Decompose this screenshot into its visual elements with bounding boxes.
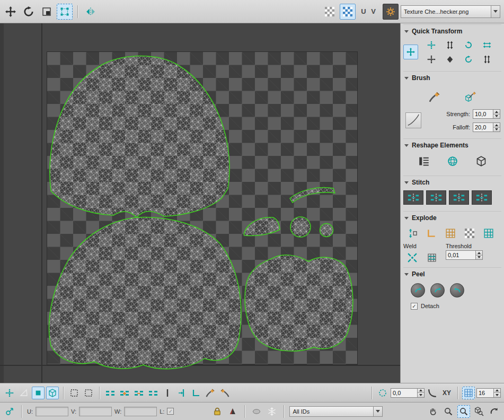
edge-ring-button[interactable]: [147, 387, 160, 399]
straighten-selection-button[interactable]: [412, 153, 436, 169]
pan-button[interactable]: [427, 405, 439, 418]
move-tool-button[interactable]: [3, 4, 19, 20]
peel-reset-button[interactable]: [450, 283, 464, 298]
grid-size-input[interactable]: [477, 389, 493, 397]
zoom-extents-button[interactable]: [473, 405, 485, 418]
vertex-mode-button[interactable]: [32, 387, 45, 399]
zoom-region-button[interactable]: [457, 405, 470, 418]
filter-cone-button[interactable]: [226, 405, 239, 418]
uv-island-disc-small[interactable]: [320, 224, 333, 237]
distribute-dots-button[interactable]: [478, 52, 496, 66]
uv-island-disc-large[interactable]: [290, 217, 311, 237]
quick-peel-button[interactable]: [411, 283, 425, 298]
element-mode-button[interactable]: [46, 387, 59, 399]
align-vertical-edge-button[interactable]: [161, 387, 174, 399]
grow-loop-button[interactable]: [118, 387, 131, 399]
explode-by-material-button[interactable]: [461, 226, 478, 241]
u-coordinate-field[interactable]: [36, 407, 68, 416]
v-coordinate-field[interactable]: [79, 407, 112, 416]
break-vertices-button[interactable]: [403, 226, 421, 241]
zoom-to-gizmo-button[interactable]: [488, 405, 501, 418]
uv-island-blob[interactable]: [245, 255, 353, 351]
stitch-buttons: [403, 188, 501, 209]
align-vertical-button[interactable]: [422, 52, 440, 66]
lock-selection-button[interactable]: [211, 405, 224, 418]
lock-aspect-checkbox[interactable]: ✓: [167, 408, 174, 415]
freeform-tool-button[interactable]: [57, 4, 73, 20]
paint-move-brush-button[interactable]: [424, 88, 445, 106]
strength-spinner[interactable]: [493, 110, 500, 118]
section-header-explode[interactable]: Explode: [403, 211, 501, 224]
section-header-quick-transform[interactable]: Quick Transform: [403, 24, 501, 37]
section-header-peel[interactable]: Peel: [403, 267, 501, 280]
align-horizontal-button[interactable]: [422, 38, 440, 51]
stitch-custom-button[interactable]: [403, 190, 423, 205]
mirror-tool-button[interactable]: [83, 4, 99, 20]
show-shaded-button[interactable]: [250, 405, 263, 418]
weld-selected-button[interactable]: [403, 250, 421, 265]
w-coordinate-field[interactable]: [124, 407, 157, 416]
section-header-brush[interactable]: Brush: [403, 71, 501, 84]
soft-gizmo-button[interactable]: [3, 387, 16, 399]
mirror-horizontal-button[interactable]: [478, 38, 496, 51]
falloff-spinner[interactable]: [493, 123, 500, 132]
section-header-stitch[interactable]: Stitch: [403, 176, 501, 188]
falloff-input[interactable]: [473, 123, 493, 132]
gizmo-pivot-button[interactable]: [3, 405, 16, 418]
explode-by-smoothing-button[interactable]: [480, 226, 497, 241]
texture-map-dropdown[interactable]: Texture Che...hecker.png: [401, 5, 500, 18]
align-to-edge-button[interactable]: [175, 387, 188, 399]
paint-select-brush-button[interactable]: [204, 387, 217, 399]
relax-brush-button[interactable]: [460, 88, 481, 106]
peel-mode-button[interactable]: [430, 283, 445, 298]
dropdown-arrow-button[interactable]: [373, 407, 382, 416]
soft-selection-input[interactable]: [391, 389, 417, 397]
explode-to-faces-button[interactable]: [441, 226, 459, 241]
polygon-mode-button[interactable]: [17, 387, 30, 399]
section-header-reshape[interactable]: Reshape Elements: [403, 138, 501, 151]
distribute-vertical-button[interactable]: [441, 38, 458, 51]
grid-snap-button[interactable]: [462, 387, 475, 399]
break-edges-button[interactable]: [422, 226, 440, 241]
checker-tiles-toggle-button[interactable]: [340, 4, 356, 20]
threshold-input[interactable]: [446, 251, 475, 259]
dropdown-arrow-button[interactable]: [491, 6, 500, 18]
uv-options-button[interactable]: [383, 4, 399, 20]
uv-island-top-dome[interactable]: [50, 56, 229, 217]
rescale-elements-button[interactable]: [470, 153, 493, 169]
material-id-dropdown[interactable]: All IDs: [289, 406, 383, 417]
detach-checkbox[interactable]: ✓: [411, 303, 418, 310]
shrink-loop-button[interactable]: [132, 387, 145, 399]
falloff-curve-button[interactable]: [426, 387, 439, 399]
soft-selection-button[interactable]: [376, 387, 389, 399]
show-map-toggle-button[interactable]: [322, 4, 338, 20]
space-elements-button[interactable]: [441, 52, 458, 66]
select-region-button[interactable]: [82, 387, 95, 399]
soft-selection-spinner[interactable]: [417, 389, 424, 397]
stitch-to-average-button[interactable]: [472, 190, 492, 205]
threshold-spinner[interactable]: [475, 251, 482, 259]
grid-size-spinner[interactable]: [493, 389, 500, 397]
diamond-icon: [446, 56, 454, 63]
uv-island-bottom-dome[interactable]: [49, 217, 241, 369]
paint-deselect-brush-button[interactable]: [218, 387, 231, 399]
stitch-to-target-button[interactable]: [426, 190, 446, 205]
rotate-ccw-button[interactable]: [459, 38, 477, 51]
stitch-to-source-button[interactable]: [449, 190, 469, 205]
relax-to-sphere-button[interactable]: [441, 153, 464, 169]
zoom-button[interactable]: [442, 405, 455, 418]
scale-tool-button[interactable]: [39, 4, 55, 20]
uv-island-strip[interactable]: [290, 188, 335, 203]
align-corner-button[interactable]: [190, 387, 202, 399]
target-weld-button[interactable]: [423, 250, 440, 265]
uv-island-fan[interactable]: [244, 217, 280, 236]
select-region-add-button[interactable]: [68, 387, 81, 399]
quick-move-button[interactable]: [403, 45, 418, 59]
uv-canvas[interactable]: [0, 23, 400, 383]
strength-input[interactable]: [473, 110, 493, 118]
rotate-cw-button[interactable]: [459, 52, 477, 66]
rotate-tool-button[interactable]: [21, 4, 37, 20]
brush-falloff-preview-button[interactable]: [405, 112, 421, 128]
edge-loop-button[interactable]: [104, 387, 117, 399]
freeze-toggle-button[interactable]: [266, 405, 278, 418]
